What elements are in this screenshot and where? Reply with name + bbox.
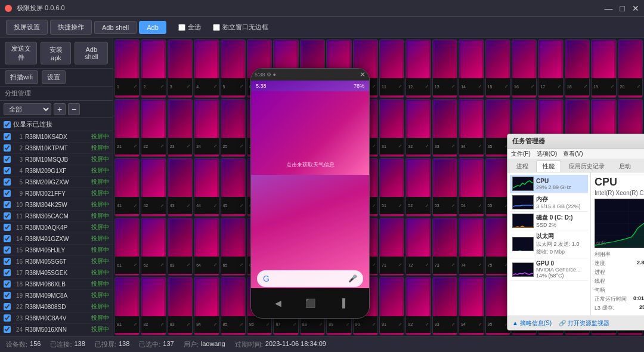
bg-phone[interactable]: 82 ⤢: [141, 277, 166, 335]
tm-resource-monitor-link[interactable]: 🔗 打开资源监视器: [559, 319, 609, 328]
device-item[interactable]: 4 R38M209G1XF 投屏中: [0, 165, 113, 177]
nav-home[interactable]: ⬛: [305, 298, 315, 308]
bg-phone[interactable]: 65 ⤢: [221, 218, 246, 276]
device-item[interactable]: 1 R38M10KS4DX 投屏中: [0, 131, 113, 143]
nav-back[interactable]: ◀: [275, 298, 281, 308]
bg-phone[interactable]: 42 ⤢: [141, 158, 166, 217]
bg-phone[interactable]: 64 ⤢: [194, 218, 219, 276]
projection-settings-button[interactable]: 投屏设置: [6, 20, 48, 35]
bg-phone[interactable]: 3 ⤢: [168, 39, 193, 98]
bg-phone[interactable]: 53 ⤢: [432, 158, 457, 217]
tab-performance[interactable]: 性能: [536, 160, 561, 172]
device-item[interactable]: 14 R38M401GZXW 投屏中: [0, 233, 113, 245]
close-button[interactable]: ✕: [632, 4, 639, 13]
bg-phone[interactable]: 45 ⤢: [221, 158, 246, 217]
show-connected-toggle[interactable]: 仅显示已连接: [0, 118, 113, 131]
tm-menu-options[interactable]: 选项(O): [537, 150, 557, 158]
device-item[interactable]: 9 R38M3021FFY 投屏中: [0, 188, 113, 199]
bg-phone[interactable]: 43 ⤢: [168, 158, 193, 217]
maximize-button[interactable]: □: [620, 4, 625, 13]
bg-phone[interactable]: 44 ⤢: [194, 158, 219, 217]
tm-menu-view[interactable]: 查看(V): [563, 150, 583, 158]
bg-phone[interactable]: 93 ⤢: [432, 277, 457, 335]
bg-phone[interactable]: 92 ⤢: [405, 277, 431, 335]
bg-phone[interactable]: 61 ⤢: [114, 218, 140, 276]
bg-phone[interactable]: 34 ⤢: [459, 99, 484, 158]
bg-phone[interactable]: 94 ⤢: [459, 277, 484, 335]
bg-phone[interactable]: 1 ⤢: [114, 39, 140, 98]
bg-phone[interactable]: 19 ⤢: [591, 39, 616, 98]
bg-phone[interactable]: 84 ⤢: [194, 277, 219, 335]
device-item[interactable]: 17 R38M405SGEK 投屏中: [0, 267, 113, 279]
bg-phone[interactable]: 62 ⤢: [141, 218, 166, 276]
device-item[interactable]: 16 R38M405SG6T 投屏中: [0, 256, 113, 267]
phone-modal-close[interactable]: ✕: [360, 70, 366, 79]
device-item[interactable]: 24 R38M5016XNN 投屏中: [0, 324, 113, 335]
bg-phone[interactable]: 11 ⤢: [379, 39, 404, 98]
adb-button[interactable]: Adb: [139, 21, 166, 34]
quick-actions-button[interactable]: 快捷操作: [50, 20, 92, 35]
device-item[interactable]: 26 R38M502MAPT 投屏中: [0, 335, 113, 336]
bg-phone[interactable]: 54 ⤢: [459, 158, 484, 217]
add-group-button[interactable]: +: [54, 103, 66, 115]
bg-phone[interactable]: 31 ⤢: [379, 99, 404, 158]
bg-phone[interactable]: 12 ⤢: [405, 39, 431, 98]
device-item[interactable]: 3 R38M10MSQJB 投屏中: [0, 154, 113, 165]
device-item[interactable]: 23 R38M40C8A4V 投屏中: [0, 313, 113, 324]
bg-phone[interactable]: 5 ⤢: [221, 39, 246, 98]
group-filter-select[interactable]: 全部: [4, 103, 51, 115]
bg-phone[interactable]: 63 ⤢: [168, 218, 193, 276]
bg-phone[interactable]: 81 ⤢: [114, 277, 140, 335]
tm-summary-link[interactable]: ▲ 摘略信息(S): [512, 319, 552, 328]
resource-cpu[interactable]: CPU 29% 2.89 GHz: [510, 175, 588, 193]
adb-shell-button[interactable]: Adb shell: [94, 21, 137, 34]
device-item[interactable]: 5 R38M209GZXW 投屏中: [0, 177, 113, 188]
bg-phone[interactable]: 4 ⤢: [194, 39, 219, 98]
minimize-button[interactable]: —: [605, 4, 613, 13]
bg-phone[interactable]: 16 ⤢: [512, 39, 537, 98]
device-item[interactable]: 19 R38M409MC8A 投屏中: [0, 290, 113, 301]
bg-phone[interactable]: 14 ⤢: [459, 39, 484, 98]
independent-window-checkbox[interactable]: 独立窗口无边框: [213, 23, 268, 32]
device-item[interactable]: 15 R38M405HJLY 投屏中: [0, 245, 113, 256]
install-apk-button[interactable]: 安装apk: [41, 42, 71, 64]
bg-phone[interactable]: 72 ⤢: [405, 218, 431, 276]
tab-startup[interactable]: 启动: [612, 160, 637, 172]
scan-wifi-button[interactable]: 扫描wifi: [5, 70, 38, 84]
device-item[interactable]: 18 R38M4086XLB 投屏中: [0, 279, 113, 290]
bg-phone[interactable]: 51 ⤢: [379, 158, 404, 217]
nav-recent[interactable]: ▐: [339, 298, 345, 308]
bg-phone[interactable]: 73 ⤢: [432, 218, 457, 276]
bg-phone[interactable]: 32 ⤢: [405, 99, 431, 158]
bg-phone[interactable]: 23 ⤢: [168, 99, 193, 158]
resource-gpu[interactable]: GPU 0 NVIDIA GeForce... 14% (58°C): [510, 258, 588, 281]
device-item[interactable]: 11 R38M305CACM 投屏中: [0, 211, 113, 222]
resource-disk[interactable]: 磁盘 0 (C: D:) SSD 2%: [510, 212, 588, 230]
device-item[interactable]: 2 R38M10KTPMT 投屏中: [0, 143, 113, 154]
bg-phone[interactable]: 17 ⤢: [538, 39, 563, 98]
bg-phone[interactable]: 13 ⤢: [432, 39, 457, 98]
adb-shell-sidebar-button[interactable]: Adb shell: [75, 42, 108, 64]
bg-phone[interactable]: 33 ⤢: [432, 99, 457, 158]
bg-phone[interactable]: 85 ⤢: [221, 277, 246, 335]
bg-phone[interactable]: 18 ⤢: [565, 39, 590, 98]
resource-network[interactable]: 以太网 以太网 2 发送: 1.0 接收: 0 Mbp: [510, 230, 588, 258]
bg-phone[interactable]: 25 ⤢: [221, 99, 246, 158]
device-item[interactable]: 13 R38M30AQK4P 投屏中: [0, 222, 113, 233]
device-item[interactable]: 22 R38M40808SD 投屏中: [0, 301, 113, 313]
device-item[interactable]: 10 R38M304K25W 投屏中: [0, 199, 113, 211]
phone-search-bar[interactable]: G 🎤: [257, 270, 363, 287]
tab-processes[interactable]: 进程: [510, 160, 535, 172]
bg-phone[interactable]: 91 ⤢: [379, 277, 404, 335]
bg-phone[interactable]: 21 ⤢: [114, 99, 140, 158]
bg-phone[interactable]: 24 ⤢: [194, 99, 219, 158]
select-all-checkbox[interactable]: 全选: [178, 23, 201, 32]
remove-group-button[interactable]: −: [68, 103, 80, 115]
bg-phone[interactable]: 2 ⤢: [141, 39, 166, 98]
bg-phone[interactable]: 22 ⤢: [141, 99, 166, 158]
bg-phone[interactable]: 20 ⤢: [618, 39, 643, 98]
resource-memory[interactable]: 内存 3.5/15.8 GB (22%): [510, 193, 588, 212]
bg-phone[interactable]: 52 ⤢: [405, 158, 431, 217]
tab-app-history[interactable]: 应用历史记录: [562, 160, 611, 172]
tab-users[interactable]: 用户: [639, 160, 644, 172]
